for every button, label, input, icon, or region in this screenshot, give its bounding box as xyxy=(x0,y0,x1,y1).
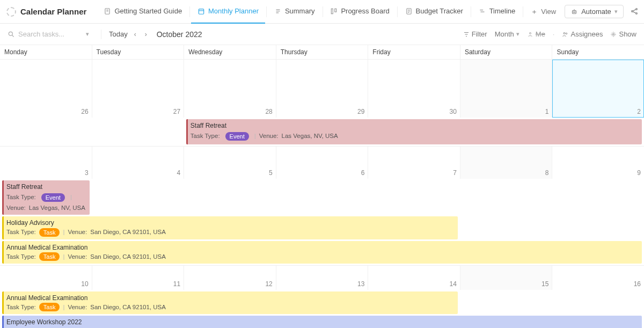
day-number: 30 xyxy=(450,108,457,115)
event-title: Annual Medical Examination xyxy=(6,244,87,251)
tab-label: Summary xyxy=(285,7,315,15)
day-number: 29 xyxy=(357,108,364,115)
day-cell[interactable]: 8 xyxy=(460,147,553,179)
task-type-pill: Task xyxy=(39,252,60,261)
svg-point-7 xyxy=(575,12,575,12)
next-month-button[interactable]: › xyxy=(143,31,149,38)
sheet-icon xyxy=(405,8,413,15)
meta-separator: | xyxy=(63,252,64,261)
day-cell[interactable]: 7 xyxy=(368,147,460,179)
chevron-down-icon[interactable]: ▾ xyxy=(86,31,89,38)
day-cell[interactable]: 11 xyxy=(92,266,185,290)
tab-summary[interactable]: Summary xyxy=(268,0,321,24)
day-cell[interactable]: 14 xyxy=(368,266,460,290)
event-annual-medical[interactable]: Annual Medical Examination Task Type: Ta… xyxy=(2,241,642,264)
tab-getting-started[interactable]: Getting Started Guide xyxy=(97,0,188,24)
event-staff-retreat[interactable]: Staff Retreat Task Type: Event | Venue: … xyxy=(2,180,90,215)
day-cell[interactable]: 3 xyxy=(0,147,92,179)
day-number: 15 xyxy=(541,280,548,288)
day-number: 3 xyxy=(85,169,89,177)
day-number: 9 xyxy=(637,169,641,177)
event-title: Annual Medical Examination xyxy=(6,294,87,302)
venue-value: San Diego, CA 92101, USA xyxy=(90,252,166,261)
svg-point-11 xyxy=(9,32,12,35)
tab-label: Progress Board xyxy=(341,7,389,15)
event-title: Staff Retreat xyxy=(6,183,42,191)
day-cell[interactable]: 5 xyxy=(184,147,276,179)
day-header: Friday xyxy=(368,45,460,59)
tab-timeline[interactable]: Timeline xyxy=(472,0,522,24)
tab-separator xyxy=(189,6,190,17)
task-type-label: Task Type: xyxy=(191,132,220,141)
me-filter-button[interactable]: Me xyxy=(527,30,545,38)
calendar-grid: Monday Tuesday Wednesday Thursday Friday… xyxy=(0,45,644,328)
app-title: Calendar Planner xyxy=(20,7,86,16)
search-wrap: ▾ xyxy=(8,30,93,38)
day-number: 6 xyxy=(361,169,365,177)
tab-budget-tracker[interactable]: Budget Tracker xyxy=(399,0,470,24)
task-type-pill: Task xyxy=(39,228,60,237)
day-cell[interactable]: 29 xyxy=(276,60,369,118)
toolbar-right: Filter Month ▾ Me · Assignees Show xyxy=(463,30,636,38)
day-number: 1 xyxy=(545,108,549,115)
venue-value: San Diego, CA 92101, USA xyxy=(90,228,166,237)
share-button[interactable] xyxy=(630,7,639,17)
day-cell[interactable]: 9 xyxy=(552,147,644,179)
day-cell[interactable]: 28 xyxy=(184,60,276,118)
day-number: 4 xyxy=(177,169,180,177)
day-header-row: Monday Tuesday Wednesday Thursday Friday… xyxy=(0,45,644,60)
tab-label: Getting Started Guide xyxy=(114,7,182,15)
day-cell[interactable]: 10 xyxy=(0,266,92,290)
day-cell[interactable]: 6 xyxy=(276,147,369,179)
tab-separator xyxy=(397,6,398,17)
search-input[interactable] xyxy=(18,30,83,38)
automate-button[interactable]: Automate ▾ xyxy=(565,5,624,18)
calendar-icon xyxy=(197,8,205,15)
day-cell[interactable]: 15 xyxy=(460,266,553,290)
day-number: 13 xyxy=(357,280,364,288)
tab-label: Budget Tracker xyxy=(416,7,463,15)
day-header: Wednesday xyxy=(184,45,276,59)
current-month-label: October 2022 xyxy=(157,30,202,39)
day-cell[interactable]: 30 xyxy=(368,60,460,118)
event-employee-workshop[interactable]: Employee Workshop 2022 Task Type: Event … xyxy=(2,316,642,328)
day-cell[interactable]: 16 xyxy=(552,266,644,290)
venue-label: Venue: xyxy=(68,228,87,237)
list-icon xyxy=(274,8,282,15)
venue-value: San Diego, CA 92101, USA xyxy=(90,303,166,312)
meta-separator: | xyxy=(70,193,72,202)
task-type-label: Task Type: xyxy=(6,193,36,202)
day-number: 5 xyxy=(269,169,273,177)
venue-value: Las Vegas, NV, USA xyxy=(282,132,338,141)
filter-button[interactable]: Filter xyxy=(463,30,487,38)
day-cell-today[interactable]: 2 xyxy=(552,60,644,118)
prev-month-button[interactable]: ‹ xyxy=(132,31,138,38)
day-number: 10 xyxy=(81,280,88,288)
day-number: 14 xyxy=(450,280,457,288)
day-number: 28 xyxy=(265,108,272,115)
day-cell[interactable]: 12 xyxy=(184,266,276,290)
show-button[interactable]: Show xyxy=(610,30,636,38)
today-button[interactable]: Today xyxy=(109,30,128,38)
tab-monthly-planner[interactable]: Monthly Planner xyxy=(191,0,265,24)
day-cell[interactable]: 13 xyxy=(276,266,369,290)
day-cell[interactable]: 26 xyxy=(0,60,92,118)
event-annual-medical[interactable]: Annual Medical Examination Task Type: Ta… xyxy=(2,291,458,314)
tab-progress-board[interactable]: Progress Board xyxy=(324,0,396,24)
event-staff-retreat[interactable]: Staff Retreat Task Type: Event | Venue: … xyxy=(186,119,642,144)
month-dropdown[interactable]: Month ▾ xyxy=(495,30,519,38)
doc-icon xyxy=(104,8,111,15)
event-title: Staff Retreat xyxy=(191,122,226,129)
day-cell[interactable]: 4 xyxy=(92,147,185,179)
svg-rect-1 xyxy=(199,9,203,13)
robot-icon xyxy=(570,8,578,16)
show-label: Show xyxy=(619,30,636,38)
event-holiday-advisory[interactable]: Holiday Advisory Task Type: Task | Venue… xyxy=(2,216,458,239)
calendar-week: 26 27 28 29 30 1 2 Staff Retreat Task Ty… xyxy=(0,60,644,147)
day-cell[interactable]: 1 xyxy=(460,60,553,118)
assignees-button[interactable]: Assignees xyxy=(562,30,603,38)
day-cell[interactable]: 27 xyxy=(92,60,185,118)
tab-separator xyxy=(523,6,523,17)
add-view-button[interactable]: ＋ View xyxy=(524,7,562,17)
timeline-icon xyxy=(479,8,486,15)
